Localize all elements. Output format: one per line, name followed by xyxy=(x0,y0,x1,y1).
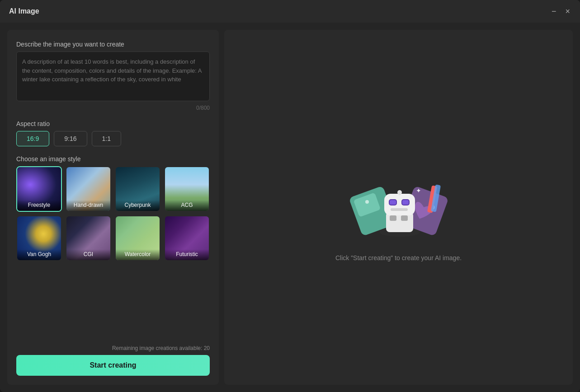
style-label-cgi: CGI xyxy=(66,249,110,260)
description-label: Describe the image you want to create xyxy=(16,41,210,48)
style-label-van-gogh: Van Gogh xyxy=(17,249,61,260)
minimize-button[interactable]: − xyxy=(551,6,557,16)
aspect-btn-16:9[interactable]: 16:9 xyxy=(16,131,49,146)
titlebar: AI Image − × xyxy=(0,0,580,23)
char-count: 0/800 xyxy=(16,105,210,111)
window-controls: − × xyxy=(551,6,571,16)
style-item-acg[interactable]: ACG xyxy=(164,166,210,212)
svg-rect-10 xyxy=(390,200,396,205)
style-item-cyberpunk[interactable]: Cyberpunk xyxy=(115,166,160,212)
style-grid: FreestyleHand-drawnCyberpunkACGVan GoghC… xyxy=(16,166,210,261)
style-item-hand-drawn[interactable]: Hand-drawn xyxy=(66,166,111,212)
svg-rect-7 xyxy=(384,194,415,215)
style-label-cyberpunk: Cyberpunk xyxy=(116,200,160,211)
style-item-van-gogh[interactable]: Van Gogh xyxy=(16,215,62,261)
description-input[interactable] xyxy=(16,51,210,101)
style-label-watercolor: Watercolor xyxy=(116,249,160,260)
app-window: AI Image − × Describe the image you want… xyxy=(0,0,580,392)
style-label: Choose an image style xyxy=(16,155,210,163)
style-item-futuristic[interactable]: Futuristic xyxy=(164,215,210,261)
style-item-watercolor[interactable]: Watercolor xyxy=(115,215,160,261)
style-item-cgi[interactable]: CGI xyxy=(66,215,111,261)
svg-rect-14 xyxy=(399,192,401,195)
svg-rect-5 xyxy=(390,215,396,221)
svg-point-17 xyxy=(365,200,369,204)
style-label-futuristic: Futuristic xyxy=(165,249,209,260)
svg-rect-6 xyxy=(401,215,408,221)
style-label-freestyle: Freestyle xyxy=(17,200,61,211)
svg-rect-12 xyxy=(391,208,408,211)
svg-rect-11 xyxy=(402,200,409,205)
main-content: Describe the image you want to create 0/… xyxy=(0,23,580,392)
aspect-ratio-section: Aspect ratio 16:99:161:1 xyxy=(16,120,210,146)
svg-text:✦: ✦ xyxy=(416,187,421,194)
aspect-btn-1:1[interactable]: 1:1 xyxy=(92,131,121,146)
aspect-buttons: 16:99:161:1 xyxy=(16,131,210,146)
style-label-acg: ACG xyxy=(165,200,209,211)
style-section: Choose an image style FreestyleHand-draw… xyxy=(16,155,210,261)
aspect-ratio-label: Aspect ratio xyxy=(16,120,210,127)
robot-illustration: ✦ xyxy=(344,153,453,243)
style-item-freestyle[interactable]: Freestyle xyxy=(16,166,62,212)
bottom-section: Remaining image creations available: 20 … xyxy=(16,340,210,376)
window-title: AI Image xyxy=(9,7,39,15)
illustration-hint: Click "Start creating" to create your AI… xyxy=(335,254,462,261)
left-panel: Describe the image you want to create 0/… xyxy=(7,30,219,385)
remaining-text: Remaining image creations available: 20 xyxy=(16,345,210,351)
style-label-hand-drawn: Hand-drawn xyxy=(66,200,110,211)
close-button[interactable]: × xyxy=(564,6,571,16)
description-section: Describe the image you want to create 0/… xyxy=(16,41,210,111)
aspect-btn-9:16[interactable]: 9:16 xyxy=(54,131,87,146)
start-creating-button[interactable]: Start creating xyxy=(16,355,210,376)
right-panel: ✦ Click "Start creating" to create your … xyxy=(224,30,573,385)
